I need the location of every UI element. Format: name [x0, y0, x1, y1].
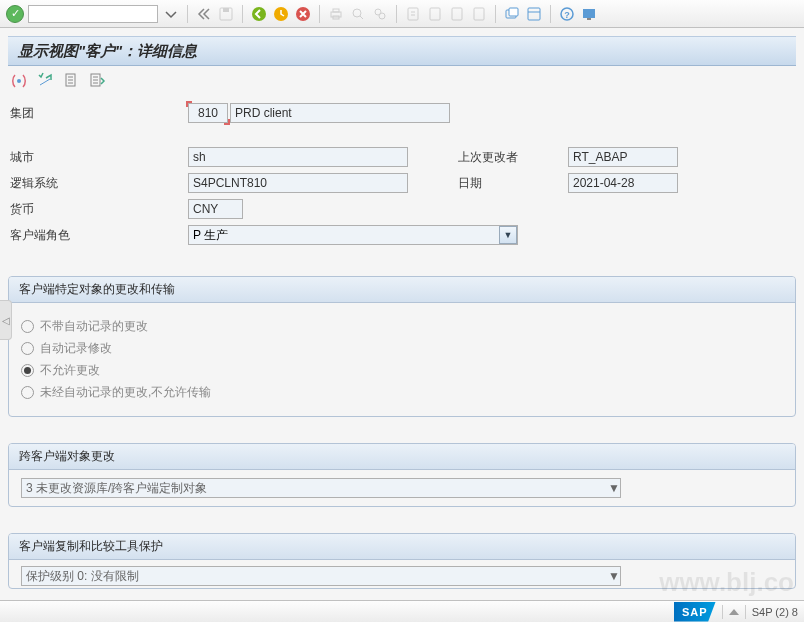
status-system: S4P (2) 8 [752, 606, 798, 618]
new-session-icon[interactable] [503, 5, 521, 23]
new-entry-icon[interactable] [60, 70, 82, 92]
label-currency: 货币 [8, 201, 188, 218]
combo-cross-client-value: 3 未更改资源库/跨客户端定制对象 [26, 480, 207, 497]
radio-icon [21, 320, 34, 333]
label-date: 日期 [448, 175, 568, 192]
svg-point-22 [17, 79, 21, 83]
group-header-2: 跨客户端对象更改 [9, 444, 795, 470]
page-first-icon [404, 5, 422, 23]
radio-option-2: 自动记录修改 [21, 340, 783, 357]
combo-client-role[interactable]: P 生产 ▼ [188, 225, 518, 245]
radio-icon-selected [21, 364, 34, 377]
separator [550, 5, 551, 23]
row-client-role: 客户端角色 P 生产 ▼ [8, 224, 796, 246]
radio-icon [21, 386, 34, 399]
row-currency: 货币 CNY [8, 198, 796, 220]
group-cross-client-changes: 跨客户端对象更改 3 未更改资源库/跨客户端定制对象 ▼ [8, 443, 796, 507]
svg-rect-21 [587, 18, 591, 20]
system-toolbar: ✓ ? [0, 0, 804, 28]
nav-cancel-icon[interactable] [294, 5, 312, 23]
label-client-role: 客户端角色 [8, 227, 188, 244]
status-menu-icon[interactable] [729, 609, 739, 615]
svg-rect-20 [583, 9, 595, 18]
save-icon [217, 5, 235, 23]
svg-rect-6 [333, 9, 339, 12]
enter-icon[interactable]: ✓ [6, 5, 24, 23]
nav-exit-icon[interactable] [272, 5, 290, 23]
svg-rect-1 [223, 8, 229, 12]
status-bar: SAP S4P (2) 8 [0, 600, 804, 622]
separator [242, 5, 243, 23]
content-area: 集团 810 PRD client 城市 sh 上次更改者 RT_ABAP 逻辑… [8, 102, 796, 589]
field-date: 2021-04-28 [568, 173, 678, 193]
label-last-changed-by: 上次更改者 [448, 149, 568, 166]
row-logic-system: 逻辑系统 S4PCLNT810 日期 2021-04-28 [8, 172, 796, 194]
dropdown-icon[interactable] [162, 5, 180, 23]
chevron-down-icon[interactable]: ▼ [499, 226, 517, 244]
svg-rect-16 [509, 8, 518, 16]
expand-side-panel-icon[interactable]: ◁ [0, 300, 12, 340]
field-group-code[interactable]: 810 [188, 103, 228, 123]
group-client-specific-changes: 客户端特定对象的更改和传输 不带自动记录的更改 自动记录修改 不允许更改 未经自… [8, 276, 796, 417]
radio-label-3: 不允许更改 [40, 362, 100, 379]
separator [319, 5, 320, 23]
label-city: 城市 [8, 149, 188, 166]
field-currency[interactable]: CNY [188, 199, 243, 219]
field-group-desc: PRD client [230, 103, 450, 123]
watermark: www.blj.co [659, 567, 794, 598]
layout-icon[interactable] [525, 5, 543, 23]
row-group: 集团 810 PRD client [8, 102, 796, 124]
svg-point-8 [353, 9, 361, 17]
combo-cross-client[interactable]: 3 未更改资源库/跨客户端定制对象 ▼ [21, 478, 621, 498]
svg-rect-14 [474, 8, 484, 20]
help-icon[interactable]: ? [558, 5, 576, 23]
radio-option-4: 未经自动记录的更改,不允许传输 [21, 384, 783, 401]
svg-text:?: ? [564, 10, 570, 20]
copy-entry-icon[interactable] [86, 70, 108, 92]
label-group: 集团 [8, 105, 188, 122]
command-field[interactable] [28, 5, 158, 23]
row-city: 城市 sh 上次更改者 RT_ABAP [8, 146, 796, 168]
chevron-down-icon[interactable]: ▼ [608, 481, 620, 495]
field-logic-system[interactable]: S4PCLNT810 [188, 173, 408, 193]
toggle-mode-icon[interactable] [8, 70, 30, 92]
group-header-3: 客户端复制和比较工具保护 [9, 534, 795, 560]
svg-rect-12 [430, 8, 440, 20]
radio-icon [21, 342, 34, 355]
separator [495, 5, 496, 23]
radio-label-1: 不带自动记录的更改 [40, 318, 148, 335]
field-last-changed-by: RT_ABAP [568, 147, 678, 167]
radio-label-4: 未经自动记录的更改,不允许传输 [40, 384, 211, 401]
combo-protection-level-value: 保护级别 0: 没有限制 [26, 568, 139, 585]
svg-rect-11 [408, 8, 418, 20]
page-title: 显示视图"客户"：详细信息 [8, 36, 796, 66]
radio-label-2: 自动记录修改 [40, 340, 112, 357]
svg-rect-13 [452, 8, 462, 20]
print-icon [327, 5, 345, 23]
local-layout-icon[interactable] [580, 5, 598, 23]
separator [187, 5, 188, 23]
nav-back-icon[interactable] [250, 5, 268, 23]
label-logic-system: 逻辑系统 [8, 175, 188, 192]
find-next-icon [371, 5, 389, 23]
chevron-down-icon[interactable]: ▼ [608, 569, 620, 583]
svg-point-2 [252, 7, 266, 21]
sap-logo: SAP [674, 602, 716, 622]
field-city[interactable]: sh [188, 147, 408, 167]
page-last-icon [470, 5, 488, 23]
page-up-icon [426, 5, 444, 23]
group-header-1: 客户端特定对象的更改和传输 [9, 277, 795, 303]
separator [396, 5, 397, 23]
svg-rect-17 [528, 8, 540, 20]
radio-option-3: 不允许更改 [21, 362, 783, 379]
svg-point-10 [379, 13, 385, 19]
find-icon [349, 5, 367, 23]
app-toolbar [8, 70, 796, 92]
radio-option-1: 不带自动记录的更改 [21, 318, 783, 335]
back-icon[interactable] [195, 5, 213, 23]
refresh-icon[interactable] [34, 70, 56, 92]
combo-client-role-value: P 生产 [193, 227, 228, 244]
combo-protection-level[interactable]: 保护级别 0: 没有限制 ▼ [21, 566, 621, 586]
page-down-icon [448, 5, 466, 23]
